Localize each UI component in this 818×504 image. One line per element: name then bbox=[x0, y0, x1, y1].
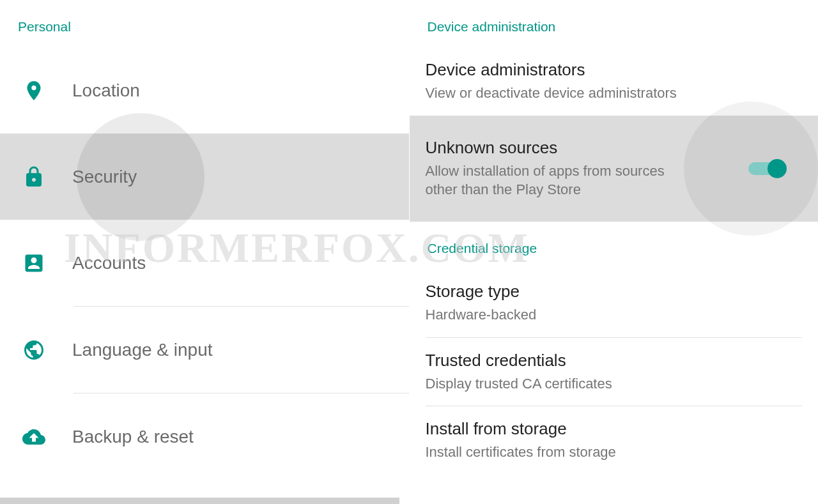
menu-item-security[interactable]: Security bbox=[0, 134, 409, 220]
location-icon bbox=[22, 79, 45, 102]
detail-install-from-storage[interactable]: Install from storage Install certificate… bbox=[410, 406, 819, 475]
detail-title: Trusted credentials bbox=[426, 351, 803, 370]
detail-subtitle: Allow installation of apps from sources … bbox=[426, 162, 694, 199]
detail-unknown-sources[interactable]: Unknown sources Allow installation of ap… bbox=[410, 116, 819, 222]
menu-label: Location bbox=[72, 80, 140, 101]
lock-icon bbox=[22, 165, 45, 188]
menu-label: Accounts bbox=[72, 253, 146, 273]
section-header-personal: Personal bbox=[0, 0, 409, 47]
menu-label: Backup & reset bbox=[72, 427, 194, 447]
globe-icon bbox=[22, 339, 45, 362]
bottom-bar bbox=[0, 498, 399, 504]
detail-subtitle: View or deactivate device administrators bbox=[426, 84, 694, 103]
unknown-sources-toggle[interactable] bbox=[748, 162, 783, 175]
backup-icon bbox=[22, 425, 45, 448]
detail-subtitle: Display trusted CA certificates bbox=[426, 374, 694, 393]
menu-item-language[interactable]: Language & input bbox=[0, 307, 409, 393]
menu-item-accounts[interactable]: Accounts bbox=[0, 220, 409, 306]
menu-item-backup[interactable]: Backup & reset bbox=[0, 393, 409, 480]
toggle-knob bbox=[768, 159, 787, 178]
detail-trusted-credentials[interactable]: Trusted credentials Display trusted CA c… bbox=[410, 338, 819, 406]
detail-title: Install from storage bbox=[426, 419, 803, 439]
menu-label: Language & input bbox=[72, 340, 213, 360]
detail-title: Device administrators bbox=[426, 60, 803, 80]
detail-subtitle: Install certificates from storage bbox=[426, 443, 694, 462]
settings-right-panel: Device administration Device administrat… bbox=[410, 0, 819, 504]
menu-label: Security bbox=[72, 167, 137, 187]
detail-title: Storage type bbox=[426, 282, 803, 302]
account-icon bbox=[22, 252, 45, 275]
detail-storage-type[interactable]: Storage type Hardware-backed bbox=[410, 269, 819, 337]
settings-left-panel: Personal Location Security Accounts bbox=[0, 0, 410, 504]
menu-item-location[interactable]: Location bbox=[0, 47, 409, 134]
detail-subtitle: Hardware-backed bbox=[426, 305, 694, 325]
section-header-device-admin: Device administration bbox=[410, 0, 819, 47]
